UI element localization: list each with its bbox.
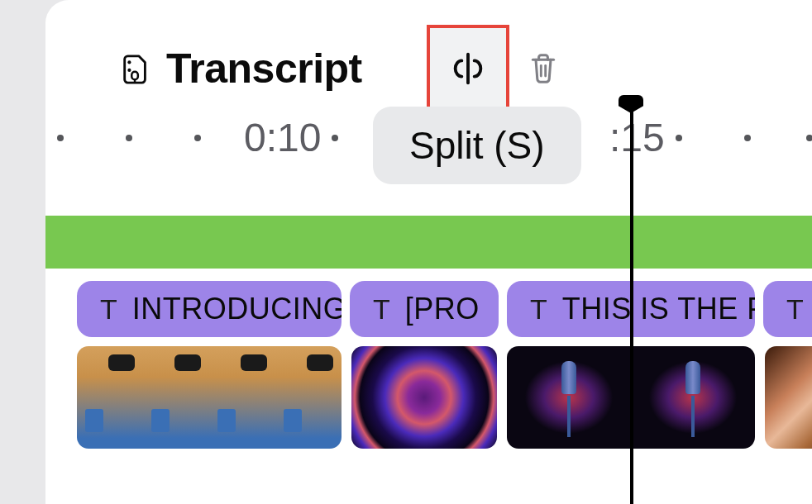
ruler-tick [57, 135, 64, 141]
ruler-tick [806, 135, 812, 141]
ruler-tick [676, 135, 682, 141]
text-clip[interactable]: T [763, 281, 812, 337]
panel-title: Transcript [166, 45, 362, 93]
text-clip-label: THIS IS THE P [562, 292, 755, 326]
video-clip[interactable] [77, 346, 342, 449]
panel-header: Transcript [120, 25, 559, 112]
video-clip[interactable] [351, 346, 497, 449]
timeline[interactable]: 0:10 :15 Split (S) T INTRODUCING T [PRO … [45, 120, 812, 158]
video-clip[interactable] [765, 346, 812, 449]
ruler-tick [332, 135, 338, 141]
audio-track[interactable] [45, 216, 812, 269]
ruler-label: 0:10 [244, 115, 321, 160]
text-clip[interactable]: T INTRODUCING [77, 281, 342, 337]
split-button-highlighted[interactable] [427, 25, 509, 112]
ruler-tick [744, 135, 751, 141]
transcript-icon [120, 53, 151, 84]
video-track [77, 346, 812, 449]
playhead-line[interactable] [630, 110, 633, 504]
text-type-icon: T [786, 293, 804, 326]
editor-panel: Transcript [45, 0, 812, 504]
text-type-icon: T [530, 293, 547, 326]
trash-icon [528, 52, 558, 85]
toolbar [427, 25, 559, 112]
ruler-label: :15 [609, 115, 665, 160]
text-type-icon: T [100, 293, 117, 326]
svg-point-1 [127, 69, 131, 72]
ruler-tick [126, 135, 132, 141]
text-type-icon: T [373, 293, 390, 326]
ruler-tick [194, 135, 201, 141]
text-track: T INTRODUCING T [PRO T THIS IS THE P T [77, 281, 812, 337]
text-clip-label: [PRO [405, 292, 480, 326]
text-clip-label: INTRODUCING [132, 292, 342, 326]
svg-point-0 [127, 60, 131, 64]
split-icon [449, 50, 487, 88]
delete-button[interactable] [528, 52, 559, 85]
svg-rect-2 [131, 72, 138, 80]
split-tooltip: Split (S) [373, 107, 581, 184]
timeline-ruler[interactable]: 0:10 :15 Split (S) [45, 120, 812, 158]
text-clip[interactable]: T [PRO [350, 281, 499, 337]
